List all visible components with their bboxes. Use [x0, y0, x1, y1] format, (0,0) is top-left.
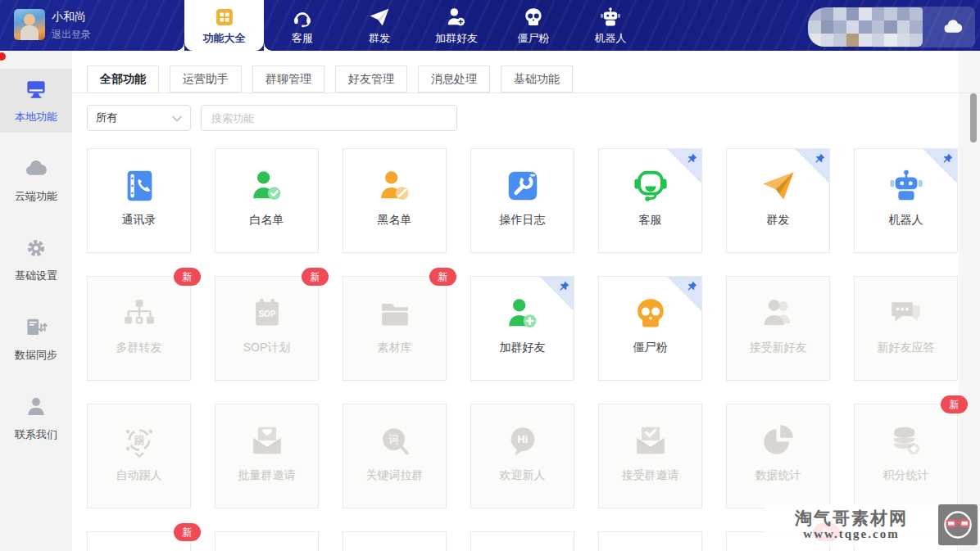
feature-card[interactable]: 群发 — [726, 148, 830, 253]
watermark-text: 淘气哥素材网 www.tqge.com — [764, 504, 938, 545]
feature-card-partial[interactable] — [470, 531, 574, 551]
tab-3[interactable]: 好友管理 — [335, 65, 407, 93]
feature-card[interactable]: 僵尸粉 — [598, 276, 702, 381]
new-badge: 新 — [174, 268, 201, 286]
feature-card-label: 积分统计 — [883, 468, 929, 483]
feature-card-label: 数据统计 — [755, 468, 801, 483]
wrench-box-icon — [504, 166, 542, 205]
feature-card[interactable]: 多群转发新 — [87, 276, 191, 381]
filter-dropdown[interactable]: 所有 — [87, 105, 191, 131]
feature-card[interactable]: 客服 — [598, 148, 702, 253]
new-badge: 新 — [174, 523, 201, 541]
feature-card[interactable]: 数据统计 — [726, 404, 830, 508]
user-avatar[interactable] — [14, 9, 45, 40]
sidebar-item-person[interactable]: 联系我们 — [0, 386, 72, 450]
feature-card-label: 素材库 — [378, 341, 412, 355]
feature-card-partial[interactable] — [215, 531, 319, 551]
feature-card[interactable]: 踢自动踢人 — [87, 404, 191, 508]
nav-item-skull[interactable]: 僵尸粉 — [495, 0, 572, 51]
scrollbar-track[interactable] — [959, 51, 980, 551]
svg-text:Hi: Hi — [517, 433, 528, 445]
feature-grid: 通讯录白名单黑名单操作日志客服群发机器人多群转发新SOPSOP计划新素材库新加群… — [87, 148, 958, 551]
feature-card-label: 批量群邀请 — [238, 468, 296, 483]
feature-card[interactable]: 新好友应答 — [854, 276, 958, 381]
skull-icon — [522, 6, 545, 29]
watermark: 淘气哥素材网 www.tqge.com — [764, 504, 978, 545]
cloud-icon — [941, 16, 965, 41]
pin-icon — [667, 277, 701, 311]
feature-card[interactable]: 白名单 — [215, 148, 319, 253]
mail-check-icon — [632, 422, 669, 461]
tab-1[interactable]: 运营助手 — [170, 65, 242, 93]
nav-item-label: 功能大全 — [203, 31, 246, 46]
feature-card-label: 自动踢人 — [116, 468, 162, 483]
nav-item-label: 机器人 — [595, 31, 627, 46]
nav-item-label: 客服 — [292, 31, 313, 46]
feature-card[interactable]: 素材库新 — [343, 276, 447, 381]
user-plus-icon — [504, 294, 542, 333]
nav-item-label: 加群好友 — [435, 31, 478, 46]
feature-card[interactable]: 通讯录 — [87, 148, 191, 253]
feature-card-partial[interactable] — [598, 531, 702, 551]
feature-card[interactable]: 机器人 — [854, 148, 958, 253]
sidebar-item-monitor[interactable]: 本地功能 — [0, 69, 72, 133]
search-input[interactable] — [201, 105, 457, 131]
tab-4[interactable]: 消息处理 — [418, 65, 490, 93]
nav-item-user-plus[interactable]: 加群好友 — [418, 0, 495, 51]
watermark-logo-icon — [938, 504, 978, 545]
tab-2[interactable]: 群聊管理 — [252, 65, 324, 93]
kick-icon: 踢 — [120, 422, 158, 461]
tab-5[interactable]: 基础功能 — [501, 65, 573, 93]
watermark-url: www.tqge.com — [803, 527, 899, 541]
chevron-down-icon — [172, 112, 182, 124]
feature-card[interactable]: 批量群邀请 — [215, 404, 319, 508]
scrollbar-thumb[interactable] — [970, 93, 977, 142]
pin-icon — [539, 277, 574, 311]
sop-icon: SOP — [248, 294, 286, 333]
nav-item-headset[interactable]: 客服 — [264, 0, 341, 51]
feature-card[interactable]: 接受群邀请 — [598, 404, 702, 508]
sidebar-item-label: 联系我们 — [15, 427, 57, 442]
sync-icon — [24, 315, 48, 342]
sidebar-item-sync[interactable]: 数据同步 — [0, 307, 72, 371]
feature-card-label: 多群转发 — [116, 341, 162, 355]
feature-card[interactable]: 加群好友 — [470, 276, 574, 381]
nav-item-grid[interactable]: 功能大全 — [184, 0, 264, 51]
feature-card-label: 加群好友 — [500, 341, 546, 355]
pie-icon — [760, 422, 797, 461]
pin-icon — [923, 149, 957, 183]
feature-card-partial[interactable] — [343, 531, 447, 551]
feature-card-label: 客服 — [639, 213, 662, 228]
nav-item-robot[interactable]: 机器人 — [572, 0, 649, 51]
feature-card[interactable]: 操作日志 — [470, 148, 574, 253]
sidebar-item-gear[interactable]: 基础设置 — [0, 228, 72, 291]
grid-icon — [213, 6, 236, 29]
sidebar-item-label: 基础设置 — [15, 269, 57, 283]
tab-0[interactable]: 全部功能 — [87, 65, 159, 93]
headset-icon — [291, 6, 314, 29]
hi-icon: Hi — [504, 422, 542, 461]
robot-icon — [599, 6, 622, 29]
watermark-site: 淘气哥素材网 — [795, 508, 908, 527]
cloud-icon — [24, 156, 48, 183]
sidebar-item-label: 数据同步 — [15, 348, 57, 363]
chat-icon — [887, 294, 925, 333]
feature-card[interactable]: 黑名单 — [343, 148, 447, 253]
feature-card-partial[interactable]: 新 — [87, 531, 191, 551]
feature-card[interactable]: 词关键词拉群 — [343, 404, 447, 508]
feature-card[interactable]: 积分统计新 — [854, 404, 958, 508]
feature-card-label: 黑名单 — [378, 213, 412, 228]
pin-icon — [795, 149, 829, 183]
coins-icon — [887, 422, 925, 461]
user-check-icon — [248, 166, 286, 205]
feature-card[interactable]: 接受新好友 — [726, 276, 830, 381]
feature-card-label: 关键词拉群 — [366, 468, 424, 483]
nav-item-send[interactable]: 群发 — [341, 0, 418, 51]
sidebar-item-cloud[interactable]: 云端功能 — [0, 148, 72, 212]
feature-card-label: 通讯录 — [122, 213, 157, 228]
feature-card[interactable]: Hi欢迎新人 — [470, 404, 574, 508]
main-content: 全部功能运营助手群聊管理好友管理消息处理基础功能 所有 通讯录白名单黑名单操作日… — [72, 51, 980, 551]
feature-card[interactable]: SOPSOP计划新 — [215, 276, 319, 381]
new-badge: 新 — [429, 268, 456, 286]
logout-link[interactable]: 退出登录 — [52, 28, 91, 42]
